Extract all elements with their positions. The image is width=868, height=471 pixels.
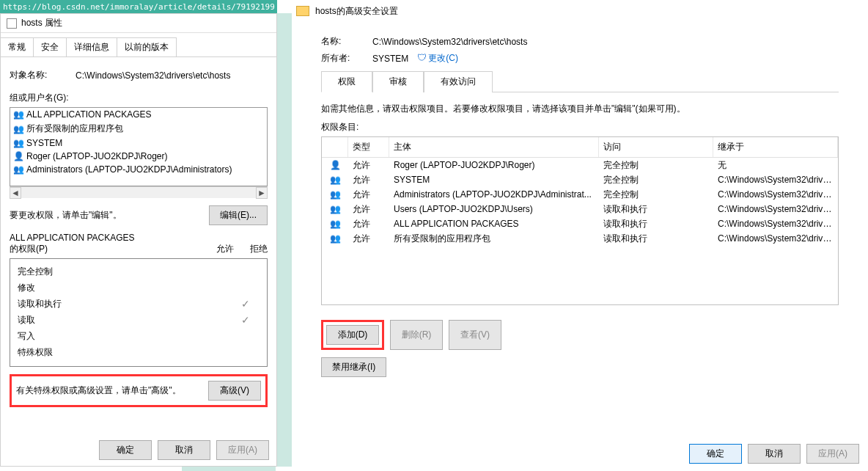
cancel-button[interactable]: 取消 <box>748 444 801 464</box>
group-item[interactable]: 👥所有受限制的应用程序包 <box>10 121 267 136</box>
dialog-footer: 确定 取消 应用(A) <box>1 434 276 466</box>
disable-inheritance-button[interactable]: 禁用继承(I) <box>321 357 386 377</box>
ok-button[interactable]: 确定 <box>689 444 742 464</box>
perm-row: 写入 <box>18 328 260 344</box>
dialog-footer: 确定 取消 应用(A) <box>292 437 868 471</box>
cell-inherit: 无 <box>713 158 838 172</box>
cell-type: 允许 <box>348 217 389 231</box>
name-value: C:\Windows\System32\drivers\etc\hosts <box>372 37 527 47</box>
perm-header-suffix: 的权限(P) <box>10 244 48 254</box>
cell-inherit: C:\Windows\System32\drivers\etc\ <box>713 233 838 244</box>
principal-icon: 👤 <box>322 159 348 171</box>
table-row[interactable]: 👥允许所有受限制的应用程序包读取和执行C:\Windows\System32\d… <box>322 231 838 246</box>
allow-column-header: 允许 <box>216 243 234 255</box>
perm-name: 读取 <box>18 314 35 326</box>
apply-button: 应用(A) <box>216 440 269 460</box>
cell-access: 读取和执行 <box>599 232 713 246</box>
col-type[interactable]: 类型 <box>348 137 389 157</box>
perm-row: 修改 <box>18 280 260 296</box>
perm-row: 特殊权限 <box>18 344 260 360</box>
scroll-left-icon[interactable]: ◄ <box>10 187 21 199</box>
advanced-hint: 有关特殊权限或高级设置，请单击"高级"。 <box>16 384 181 397</box>
col-inherit[interactable]: 继承于 <box>713 137 838 157</box>
group-label: 组或用户名(G): <box>10 92 268 104</box>
principal-icon: 👥 <box>322 174 348 186</box>
tab-previous[interactable]: 以前的版本 <box>117 37 177 56</box>
tab-auditing[interactable]: 审核 <box>372 71 424 92</box>
check-icon: ✓ <box>232 298 260 310</box>
cell-access: 完全控制 <box>599 173 713 187</box>
ok-button[interactable]: 确定 <box>99 440 152 460</box>
advanced-button[interactable]: 高级(V) <box>208 381 261 401</box>
cell-access: 读取和执行 <box>599 202 713 216</box>
group-item[interactable]: 👥ALL APPLICATION PACKAGES <box>10 108 267 121</box>
permission-entries-table[interactable]: 类型 主体 访问 继承于 👤允许Roger (LAPTOP-JUO2KDPJ\R… <box>321 136 839 305</box>
change-owner-link[interactable]: 更改(C) <box>428 53 458 63</box>
cell-type: 允许 <box>348 232 389 246</box>
cancel-button[interactable]: 取消 <box>158 440 210 460</box>
cell-principal: Users (LAPTOP-JUO2KDPJ\Users) <box>389 203 599 215</box>
table-row[interactable]: 👥允许ALL APPLICATION PACKAGES读取和执行C:\Windo… <box>322 216 838 231</box>
principal-icon: 👥 <box>322 233 348 244</box>
users-icon: 👥 <box>13 138 26 148</box>
cell-principal: Administrators (LAPTOP-JUO2KDPJ\Administ… <box>389 189 599 200</box>
table-row[interactable]: 👥允许Administrators (LAPTOP-JUO2KDPJ\Admin… <box>322 187 838 202</box>
folder-icon <box>296 6 309 16</box>
group-listbox[interactable]: 👥ALL APPLICATION PACKAGES 👥所有受限制的应用程序包 👥… <box>10 107 268 186</box>
dialog-title: hosts 属性 <box>21 17 62 29</box>
apply-button: 应用(A) <box>806 444 859 464</box>
group-item[interactable]: 👥SYSTEM <box>10 136 267 150</box>
group-item-label: Roger (LAPTOP-JUO2KDPJ\Roger) <box>26 151 168 161</box>
permissions-list: 完全控制 修改 读取和执行✓ 读取✓ 写入 特殊权限 <box>10 258 268 367</box>
advanced-security-dialog: hosts的高级安全设置 名称: C:\Windows\System32\dri… <box>292 0 868 471</box>
perm-name: 完全控制 <box>18 266 53 278</box>
edit-button[interactable]: 编辑(E)... <box>209 205 268 225</box>
perm-name: 读取和执行 <box>18 298 62 310</box>
tab-details[interactable]: 详细信息 <box>66 37 117 56</box>
owner-value: SYSTEM <box>372 54 408 64</box>
check-icon: ✓ <box>232 314 260 326</box>
perm-name: 特殊权限 <box>18 346 53 359</box>
col-principal[interactable]: 主体 <box>389 137 599 157</box>
perm-name: 写入 <box>18 330 35 343</box>
tab-effective-access[interactable]: 有效访问 <box>424 71 493 92</box>
perm-principal-name: ALL APPLICATION PACKAGES <box>10 233 135 243</box>
cell-type: 允许 <box>348 202 389 216</box>
dialog-title: hosts的高级安全设置 <box>315 5 398 18</box>
users-icon: 👥 <box>13 164 26 175</box>
group-item[interactable]: 👤Roger (LAPTOP-JUO2KDPJ\Roger) <box>10 150 267 163</box>
col-access[interactable]: 访问 <box>599 137 713 157</box>
cell-principal: ALL APPLICATION PACKAGES <box>389 218 599 230</box>
table-row[interactable]: 👥允许SYSTEM完全控制C:\Windows\System32\drivers… <box>322 172 838 187</box>
perm-row: 读取✓ <box>18 312 260 328</box>
table-row[interactable]: 👤允许Roger (LAPTOP-JUO2KDPJ\Roger)完全控制无 <box>322 158 838 172</box>
security-pane: 对象名称: C:\Windows\System32\drivers\etc\ho… <box>1 56 276 416</box>
cell-inherit: C:\Windows\System32\drivers\etc\ <box>713 218 838 230</box>
cell-inherit: C:\Windows\System32\drivers\etc\ <box>713 203 838 215</box>
group-item[interactable]: 👥Administrators (LAPTOP-JUO2KDPJ\Adminis… <box>10 163 267 176</box>
cell-access: 完全控制 <box>599 188 713 202</box>
add-button[interactable]: 添加(D) <box>326 325 379 345</box>
table-header: 类型 主体 访问 继承于 <box>322 137 838 158</box>
tab-security[interactable]: 安全 <box>33 37 67 56</box>
entries-label: 权限条目: <box>321 121 839 134</box>
properties-dialog: hosts 属性 常规 安全 详细信息 以前的版本 对象名称: C:\Windo… <box>0 13 277 467</box>
perm-row: 完全控制 <box>18 263 260 280</box>
scroll-right-icon[interactable]: ► <box>256 187 268 199</box>
horizontal-scrollbar[interactable]: ◄► <box>10 186 268 198</box>
user-icon: 👤 <box>13 151 26 161</box>
group-item-label: ALL APPLICATION PACKAGES <box>26 109 152 120</box>
cell-access: 读取和执行 <box>599 217 713 231</box>
cell-inherit: C:\Windows\System32\drivers\etc\ <box>713 174 838 186</box>
advanced-tabs: 权限 审核 有效访问 <box>321 70 839 92</box>
cell-principal: 所有受限制的应用程序包 <box>389 232 599 246</box>
perm-row: 读取和执行✓ <box>18 296 260 312</box>
tab-permissions[interactable]: 权限 <box>321 71 372 92</box>
principal-icon: 👥 <box>322 203 348 215</box>
name-label: 名称: <box>321 35 372 48</box>
cell-type: 允许 <box>348 158 389 172</box>
cell-principal: SYSTEM <box>389 174 599 186</box>
cell-principal: Roger (LAPTOP-JUO2KDPJ\Roger) <box>389 159 599 171</box>
table-row[interactable]: 👥允许Users (LAPTOP-JUO2KDPJ\Users)读取和执行C:\… <box>322 202 838 216</box>
tab-general[interactable]: 常规 <box>1 37 34 56</box>
